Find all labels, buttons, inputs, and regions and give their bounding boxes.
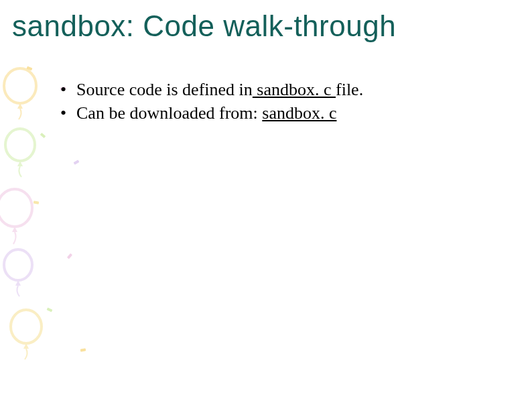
- link-sandbox-c[interactable]: sandbox. c: [253, 80, 336, 99]
- slide-body: Source code is defined in sandbox. c fil…: [60, 79, 503, 125]
- balloon-decoration: [0, 67, 40, 121]
- svg-point-4: [11, 310, 42, 343]
- balloon-decoration: [0, 248, 36, 298]
- link-sandbox-c[interactable]: sandbox. c: [262, 103, 336, 123]
- svg-point-1: [5, 129, 35, 161]
- balloon-decoration: [0, 188, 36, 245]
- balloon-decoration: [1, 127, 39, 178]
- bullet-text: Can be downloaded from:: [76, 103, 262, 123]
- bullet-item: Source code is defined in sandbox. c fil…: [60, 79, 503, 101]
- svg-point-0: [4, 68, 36, 103]
- bullet-text: Source code is defined in: [76, 80, 253, 99]
- slide: sandbox: Code walk-through Source code i…: [0, 0, 532, 399]
- svg-point-2: [0, 189, 32, 227]
- slide-title: sandbox: Code walk-through: [12, 9, 521, 43]
- bullet-text: file.: [336, 80, 363, 99]
- svg-point-3: [4, 249, 32, 280]
- balloon-decoration: [7, 308, 46, 361]
- bullet-item: Can be downloaded from: sandbox. c: [60, 103, 503, 125]
